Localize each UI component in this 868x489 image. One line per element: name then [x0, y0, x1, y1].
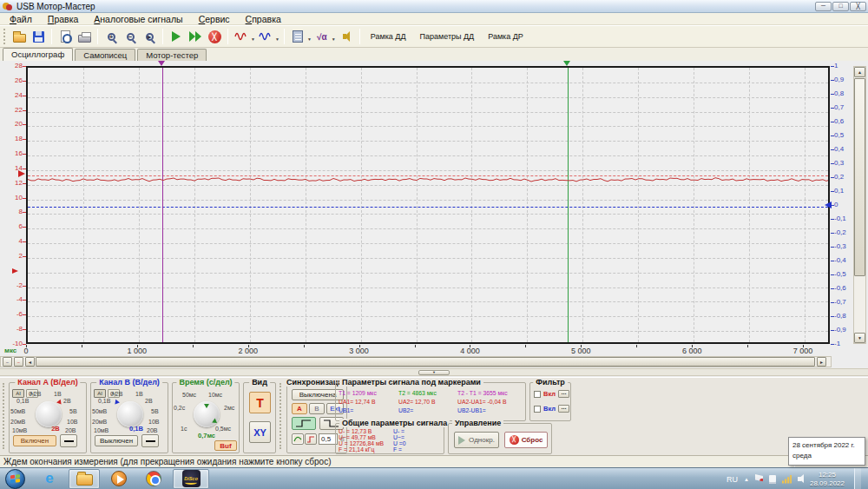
timebase-current-value: 0,7мс	[194, 432, 220, 439]
channel-a-range-knob[interactable]	[36, 401, 62, 427]
print-icon[interactable]	[76, 28, 93, 45]
taskbar-ie-button[interactable]: e	[34, 469, 65, 489]
tab-recorder[interactable]: Самописец	[75, 49, 135, 61]
signal-a-icon[interactable]	[233, 28, 250, 45]
y-axis-right-label: 0,9	[834, 76, 853, 83]
filter-b-checkbox[interactable]	[534, 406, 541, 413]
sync-rising-edge-button[interactable]	[292, 417, 316, 430]
menu-file[interactable]: Файл	[2, 13, 40, 25]
channel-a-coupling-1-button[interactable]: AI	[12, 389, 24, 398]
filter-a-more-button[interactable]: ...	[558, 390, 569, 398]
open-icon[interactable]	[10, 28, 28, 45]
channel-a-zero-marker[interactable]	[12, 268, 18, 274]
print-preview-icon[interactable]	[56, 28, 74, 45]
channel-b-title: Канал B (В/дел)	[96, 378, 162, 387]
channel-a-position-marker[interactable]	[18, 170, 25, 177]
frame-dr-button[interactable]: Рамка ДР	[481, 30, 530, 43]
tab-oscilloscope[interactable]: Осциллограф	[3, 48, 73, 61]
fast-forward-icon[interactable]	[187, 28, 204, 45]
channel-b-power-button[interactable]: Выключен	[95, 435, 138, 446]
formula-icon[interactable]: √α	[313, 28, 331, 45]
maximize-button[interactable]	[832, 2, 849, 11]
chevron-down-icon[interactable]: ▼	[275, 36, 279, 42]
menu-analog-signals[interactable]: Аналоговые сигналы	[86, 13, 190, 25]
marker-t1-value: T1 = 1209 мкс	[339, 390, 377, 396]
sync-mode-1-button[interactable]	[292, 433, 304, 445]
marker-t2-handle[interactable]	[563, 61, 570, 66]
sync-source-b-button[interactable]: B	[309, 403, 325, 414]
buffer-button[interactable]: Buf	[214, 440, 237, 451]
params-dd-button[interactable]: Параметры ДД	[413, 30, 482, 43]
menu-service[interactable]: Сервис	[191, 13, 238, 25]
scroll-right-button[interactable]: ►	[817, 357, 826, 367]
taskbar-media-player-button[interactable]	[103, 469, 135, 489]
chevron-down-icon[interactable]: ▼	[307, 36, 312, 42]
horizontal-scrollbar[interactable]: – – ◄ ►	[0, 356, 832, 367]
filter-a-checkbox[interactable]	[534, 391, 541, 398]
zoom-out-icon[interactable]: −	[122, 28, 139, 45]
view-t-button[interactable]: T	[249, 392, 271, 413]
menu-edit[interactable]: Правка	[40, 13, 86, 25]
taskbar-clock[interactable]: 12:25 28.09.2022	[810, 471, 845, 488]
udc-a-value: U- = 12,73 В	[339, 428, 372, 434]
collapse-b-button[interactable]: –	[14, 357, 23, 367]
toolbar-separator	[227, 29, 228, 44]
save-icon[interactable]	[30, 28, 47, 45]
reset-button[interactable]: Сброс	[504, 432, 548, 448]
chevron-down-icon[interactable]: ▼	[251, 36, 255, 42]
stop-icon[interactable]	[206, 28, 223, 45]
sync-mode-2-button[interactable]	[305, 433, 317, 445]
chevron-down-icon[interactable]: ▼	[332, 36, 336, 42]
tab-motor-tester[interactable]: Мотор-тестер	[137, 49, 207, 61]
taskbar-explorer-button[interactable]	[69, 469, 100, 489]
language-indicator[interactable]: RU	[727, 475, 738, 484]
x-axis-tick	[137, 345, 138, 347]
scroll-up-button[interactable]: ▲	[854, 67, 865, 77]
channel-b-coupling-1-button[interactable]: AI	[94, 389, 106, 398]
zoom-select-icon[interactable]: ▸	[141, 28, 158, 45]
hidden-icons-button[interactable]: ▲	[744, 477, 749, 482]
collapse-a-button[interactable]: –	[3, 357, 12, 367]
minimize-button[interactable]	[815, 2, 832, 11]
play-icon[interactable]	[168, 28, 185, 45]
channel-b-range-knob[interactable]	[117, 401, 143, 427]
frame-dd-button[interactable]: Рамка ДД	[364, 30, 413, 43]
signal-b-icon[interactable]	[257, 28, 274, 45]
taskbar-disco-button[interactable]: DiSco	[173, 469, 209, 489]
x-axis-tick	[248, 345, 249, 347]
channel-b-zero-marker[interactable]	[825, 202, 832, 208]
sound-icon[interactable]	[338, 28, 355, 45]
start-button[interactable]	[5, 469, 25, 489]
view-xy-button[interactable]: XY	[249, 421, 271, 443]
plot-canvas[interactable]	[26, 66, 830, 344]
channel-a-power-button[interactable]: Включен	[13, 435, 56, 446]
splitter-collapse-button[interactable]: ▼	[418, 370, 450, 375]
filter-b-more-button[interactable]: ...	[558, 405, 569, 413]
clock-time: 12:25	[810, 471, 845, 479]
y-axis-left-tick	[23, 329, 26, 330]
data-table-icon[interactable]	[289, 28, 306, 45]
toolbar-separator	[51, 29, 52, 44]
horizontal-scroll-thumb[interactable]	[36, 357, 815, 367]
scroll-down-button[interactable]: ▼	[854, 333, 865, 343]
menu-help[interactable]: Справка	[238, 13, 289, 25]
close-button[interactable]	[850, 2, 866, 11]
channel-b-line-style-button[interactable]	[141, 434, 159, 447]
y-axis-left-tick	[23, 212, 26, 213]
scroll-left-button[interactable]: ◄	[25, 357, 35, 367]
channel-a-line-style-button[interactable]	[60, 434, 77, 447]
taskbar-chrome-button[interactable]	[138, 469, 169, 489]
vertical-scroll-thumb[interactable]	[854, 78, 865, 276]
single-shot-button[interactable]: Однокр.	[454, 432, 499, 448]
knob-scale-label: 10мВ	[12, 427, 27, 433]
panel-splitter[interactable]: ▼	[0, 368, 868, 376]
marker-t1-handle[interactable]	[158, 61, 165, 66]
volume-icon[interactable]	[798, 477, 801, 481]
show-desktop-button[interactable]	[854, 468, 861, 489]
network-icon[interactable]	[782, 475, 792, 484]
zoom-in-icon[interactable]: +	[102, 28, 120, 45]
vertical-scrollbar[interactable]: ▲ ▼	[853, 66, 866, 344]
sync-source-a-button[interactable]: A	[292, 403, 307, 414]
action-center-icon[interactable]	[755, 474, 763, 484]
notification-icon[interactable]	[769, 475, 776, 484]
